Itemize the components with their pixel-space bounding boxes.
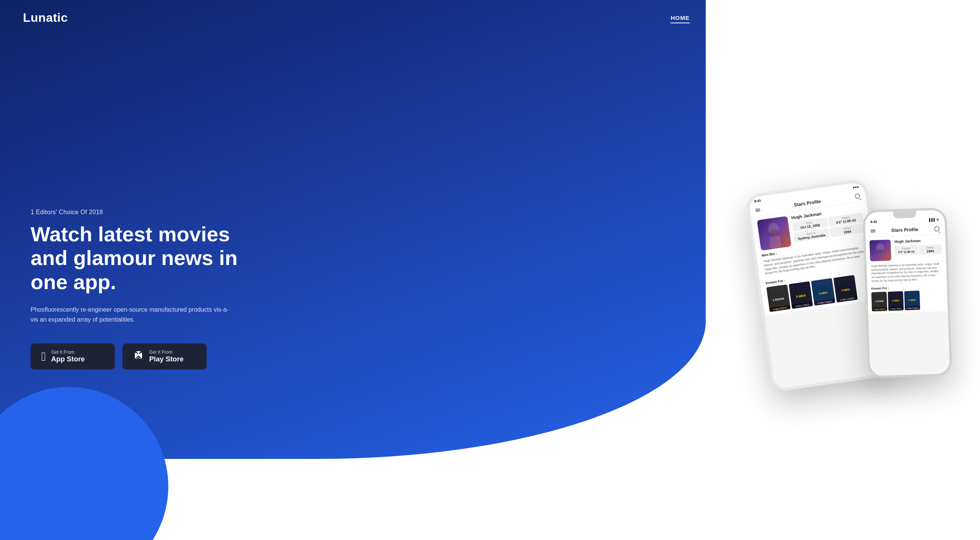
play-store-button[interactable]: Get It From Play Store xyxy=(122,343,207,369)
hero-content: 1 Editors' Choice Of 2018 Watch latest m… xyxy=(0,0,980,540)
android-icon xyxy=(133,350,144,363)
phone-mockups: 9:41 ●●● Stars Profile xyxy=(697,178,957,400)
profile-info-front: Hugh Jackman Height 6'2" (1.88 m) Debut … xyxy=(894,238,942,260)
movie-thumb-front-2: X-MEN X-Men (2000) xyxy=(888,291,904,311)
svg-text:LOGAN: LOGAN xyxy=(875,300,884,303)
hamburger-icon-front[interactable] xyxy=(871,229,875,233)
hero-text-block: 1 Editors' Choice Of 2018 Watch latest m… xyxy=(31,209,260,370)
phone-time-front: 9:41 xyxy=(870,220,877,224)
app-store-pre: Get It From xyxy=(51,350,85,355)
actor-name-front: Hugh Jackman xyxy=(894,238,941,244)
profile-top-front: Hugh Jackman Height 6'2" (1.88 m) Debut … xyxy=(869,238,942,262)
movie-thumb-2: X-MEN X-Men (2000) xyxy=(789,281,813,309)
actor-image-front xyxy=(869,239,891,261)
debut-value-front: 1994 xyxy=(921,249,940,254)
main-nav: Lunatic HOME FEATURES PORTFOLIO PRICES T… xyxy=(0,0,980,36)
profile-info: Hugh Jackman Born: Oct 12, 1968 Height 6… xyxy=(791,206,866,246)
height-value-front: 6'2" (1.88 m) xyxy=(897,250,916,254)
mini-bio-front: Hugh Michael Jackman is an Australian ac… xyxy=(870,262,943,283)
movie-thumb-front-3: X-MEN X-Men Origins xyxy=(904,291,920,310)
movie-thumb-4: X-MEN X-Men (2000) xyxy=(833,275,858,303)
stat-debut-front: Debut 1994 xyxy=(918,244,942,255)
phone-notch xyxy=(893,211,917,218)
nav-item-features[interactable]: FEATURES xyxy=(707,15,741,21)
phone-signal-back: ●●● xyxy=(853,185,859,189)
nav-item-portfolio[interactable]: PORTFOLIO xyxy=(757,15,795,21)
stars-profile-title-front: Stars Profile xyxy=(875,226,934,233)
movie-thumb-3: X-MEN X-Men Origins xyxy=(811,278,835,306)
movie-thumb-1: LOGAN Logan (2017) xyxy=(766,285,791,312)
nav-item-blogs[interactable]: BLOGS xyxy=(887,15,910,21)
app-store-name: App Store xyxy=(51,355,85,363)
apple-icon:  xyxy=(41,350,46,363)
profile-stats-front: Height 6'2" (1.88 m) Debut 1994 xyxy=(895,244,942,255)
play-store-pre: Get It From xyxy=(149,350,184,355)
hero-title: Watch latest movies and glamour news in … xyxy=(31,223,260,294)
hero-section: Lunatic HOME FEATURES PORTFOLIO PRICES T… xyxy=(0,0,980,540)
movie-front-3-title: X-Men Origins xyxy=(905,306,920,310)
nav-item-contact[interactable]: CONTACT xyxy=(926,15,957,21)
profile-section-front: Hugh Jackman Height 6'2" (1.88 m) Debut … xyxy=(866,234,947,286)
movie-front-2-title: X-Men (2000) xyxy=(888,306,903,311)
phone-mockup-front: 9:41 ▌▌▌ ⊙ Stars Profile xyxy=(862,207,952,378)
svg-text:X-MEN: X-MEN xyxy=(908,299,916,301)
nav-item-prices[interactable]: PRICES xyxy=(811,15,835,21)
movie-front-1-title: Logan (2017) xyxy=(872,307,887,311)
stat-height-front: Height 6'2" (1.88 m) xyxy=(895,245,918,255)
svg-text:X-MEN: X-MEN xyxy=(892,299,900,302)
nav-links: HOME FEATURES PORTFOLIO PRICES TEAM BLOG… xyxy=(671,15,957,21)
app-store-text: Get It From App Store xyxy=(51,350,85,363)
play-store-name: Play Store xyxy=(149,355,184,363)
nav-item-team[interactable]: TEAM xyxy=(852,15,870,21)
play-store-text: Get It From Play Store xyxy=(149,350,184,363)
svg-rect-2 xyxy=(769,236,781,249)
hero-description: Phosfluorescently re-engineer open-sourc… xyxy=(31,305,230,324)
search-icon-front[interactable] xyxy=(934,226,939,231)
actor-image xyxy=(757,216,791,250)
known-for-grid-front: LOGAN Logan (2017) X-MEN X-Men (2000) X-… xyxy=(868,289,948,314)
brand-logo[interactable]: Lunatic xyxy=(23,11,68,25)
phone-signal-front: ▌▌▌ ⊙ xyxy=(929,218,939,221)
hero-subtitle: 1 Editors' Choice Of 2018 xyxy=(31,209,260,216)
phone-time-back: 9:41 xyxy=(754,198,761,203)
search-icon-back[interactable] xyxy=(855,193,861,199)
nav-item-home[interactable]: HOME xyxy=(671,15,690,21)
movie-thumb-front-1: LOGAN Logan (2017) xyxy=(871,292,887,311)
store-buttons:  Get It From App Store xyxy=(31,343,260,369)
app-store-button[interactable]:  Get It From App Store xyxy=(31,343,115,369)
phone-screen-front: 9:41 ▌▌▌ ⊙ Stars Profile xyxy=(865,210,950,376)
